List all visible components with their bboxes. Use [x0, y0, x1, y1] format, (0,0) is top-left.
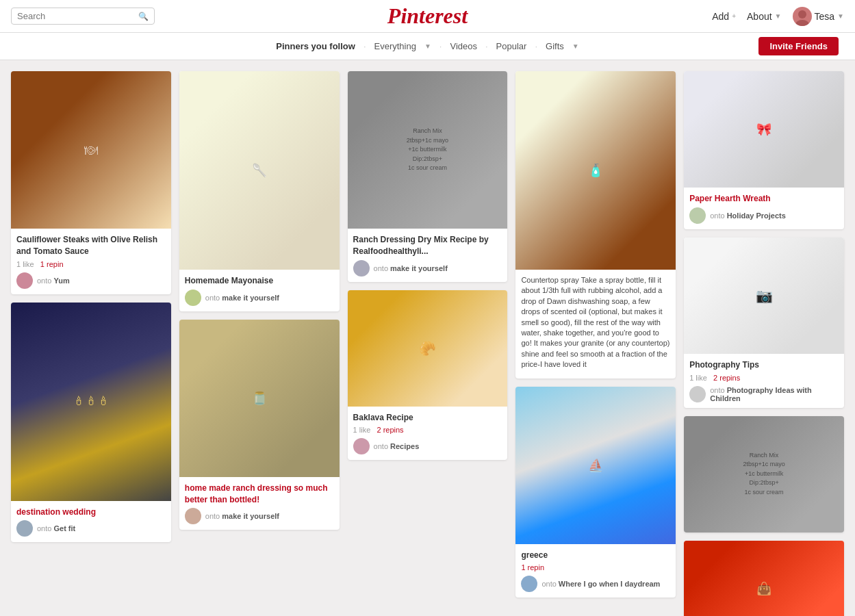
pin-user-row: onto Where I go when I daydream: [521, 576, 670, 592]
header-right: Add + About ▼ Tesa ▼: [712, 7, 844, 26]
pin-board: onto Recipes: [374, 442, 420, 450]
gifts-caret: ▼: [572, 42, 579, 50]
user-caret-icon: ▼: [837, 12, 844, 20]
pin-image[interactable]: 🧴: [515, 71, 676, 270]
about-button[interactable]: About ▼: [747, 11, 782, 22]
pin-avatar: [185, 290, 201, 306]
gifts-link[interactable]: Gifts: [546, 41, 564, 51]
pin-card: 🍽 Cauliflower Steaks with Olive Relish a…: [11, 71, 171, 294]
pin-meta: 1 like 2 repins: [353, 426, 502, 434]
pin-user-row: onto make it yourself: [185, 290, 334, 306]
pin-image[interactable]: Ranch Mix2tbsp+1c mayo+1c buttermilkDip:…: [684, 416, 844, 532]
pin-board: onto Photography Ideas with Children: [710, 386, 839, 402]
search-input[interactable]: [17, 11, 138, 21]
invite-friends-button[interactable]: Invite Friends: [758, 37, 839, 55]
pin-card: 🥐 Baklava Recipe 1 like 2 repins onto Re…: [348, 290, 508, 461]
avatar: [793, 7, 812, 26]
pin-image[interactable]: 🕯🕯🕯: [11, 303, 171, 501]
pin-avatar: [353, 438, 370, 454]
pin-avatar: [185, 508, 201, 524]
pin-title: greece: [521, 550, 670, 561]
pin-board: onto Get fit: [37, 524, 75, 532]
pin-image[interactable]: 📷: [684, 238, 844, 354]
main-content: 🍽 Cauliflower Steaks with Olive Relish a…: [0, 60, 855, 616]
pin-board: onto make it yourself: [205, 294, 279, 302]
pin-image[interactable]: 🍽: [11, 71, 171, 229]
pin-avatar: [16, 272, 33, 289]
pin-card: Ranch Mix2tbsp+1c mayo+1c buttermilkDip:…: [684, 416, 844, 532]
pin-board: onto make it yourself: [205, 512, 279, 520]
pin-title: Homemade Mayonaise: [185, 275, 334, 287]
add-button[interactable]: Add +: [712, 11, 736, 22]
pin-meta: 1 like 1 repin: [16, 260, 166, 268]
pin-avatar: [521, 576, 537, 592]
pin-user-row: onto make it yourself: [353, 260, 502, 277]
pin-image[interactable]: 🥐: [348, 290, 508, 407]
pin-title: destination wedding: [16, 506, 166, 518]
subnav-left: Pinners you follow · Everything ▼ · Vide…: [16, 41, 839, 51]
pin-title: Photography Tips: [689, 359, 839, 371]
pin-image[interactable]: 🫙: [179, 320, 340, 477]
pin-avatar: [689, 207, 706, 224]
pin-image[interactable]: 👜: [684, 541, 844, 616]
pin-board: onto Where I go when I daydream: [541, 580, 660, 588]
pin-avatar: [16, 520, 33, 537]
pin-title: Ranch Dressing Dry Mix Recipe by Realfoo…: [353, 234, 502, 257]
pin-card: 👜: [684, 541, 844, 616]
pin-title: home made ranch dressing so much better …: [185, 483, 334, 506]
pin-board: onto make it yourself: [374, 264, 448, 272]
pin-title: Cauliflower Steaks with Olive Relish and…: [16, 234, 166, 257]
videos-link[interactable]: Videos: [450, 41, 477, 51]
pin-card: 🥄 Homemade Mayonaise onto make it yourse…: [179, 71, 340, 311]
svg-point-1: [795, 20, 809, 26]
popular-link[interactable]: Popular: [496, 41, 527, 51]
search-container: 🔍: [11, 8, 155, 25]
pin-board: onto Yum: [37, 277, 70, 285]
pin-title: Paper Hearth Wreath: [689, 193, 839, 205]
pin-user-row: onto Recipes: [353, 438, 502, 454]
svg-point-0: [798, 10, 806, 18]
add-caret-icon: +: [732, 12, 736, 20]
pinners-label: Pinners you follow: [276, 41, 355, 51]
pin-meta: 1 repin: [521, 563, 670, 572]
everything-caret: ▼: [424, 42, 431, 50]
everything-link[interactable]: Everything: [374, 41, 416, 51]
pin-card: 📷 Photography Tips 1 like 2 repins onto …: [684, 238, 844, 408]
pin-card: Ranch Mix2tbsp+1c mayo+1c buttermilkDip:…: [348, 71, 508, 282]
pin-avatar: [689, 386, 706, 402]
pin-meta: 1 like 2 repins: [689, 374, 839, 382]
pin-card: 🧴 Countertop spray Take a spray bottle, …: [515, 71, 676, 378]
pin-user-row: onto Holiday Projects: [689, 207, 839, 224]
pin-title: Baklava Recipe: [353, 412, 502, 424]
pin-title: Countertop spray Take a spray bottle, fi…: [521, 275, 670, 370]
pin-user-row: onto Photography Ideas with Children: [689, 386, 839, 402]
pin-card: ⛵ greece 1 repin onto Where I go when I …: [515, 387, 676, 598]
pin-image[interactable]: 🥄: [179, 71, 340, 270]
pin-card: 🫙 home made ranch dressing so much bette…: [179, 320, 340, 530]
pin-image[interactable]: Ranch Mix2tbsp+1c mayo+1c buttermilkDip:…: [348, 71, 508, 229]
search-icon: 🔍: [138, 12, 149, 21]
pin-user-row: onto make it yourself: [185, 508, 334, 524]
pin-user-row: onto Yum: [16, 272, 166, 289]
pin-image[interactable]: ⛵: [515, 387, 676, 544]
about-caret-icon: ▼: [775, 12, 782, 20]
pin-board: onto Holiday Projects: [710, 211, 786, 220]
pin-image[interactable]: 🎀: [684, 71, 844, 188]
pin-user-row: onto Get fit: [16, 520, 166, 537]
pin-card: 🕯🕯🕯 destination wedding onto Get fit: [11, 303, 171, 543]
logo[interactable]: Pinterest: [387, 3, 468, 29]
pin-card: 🎀 Paper Hearth Wreath onto Holiday Proje…: [684, 71, 844, 229]
header: 🔍 Pinterest Add + About ▼ Tesa ▼: [0, 0, 855, 33]
subnav: Pinners you follow · Everything ▼ · Vide…: [0, 33, 855, 60]
pin-avatar: [353, 260, 370, 277]
user-menu[interactable]: Tesa ▼: [793, 7, 844, 26]
